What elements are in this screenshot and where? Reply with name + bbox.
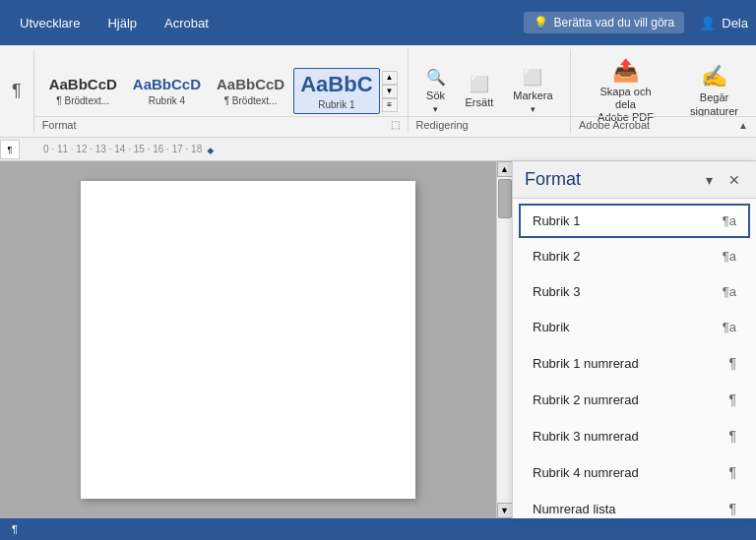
format-panel-title: Format [525,169,581,190]
adobe-footer-label: Adobe Acrobat [579,119,650,131]
format-list-item[interactable]: Numrerad lista ¶ [519,491,750,518]
markera-button[interactable]: ⬜ Markera ▾ [507,64,558,118]
format-ribbon: ¶ AaBbCcD ¶ Brödtext... AaBbCcD Rubrik 4… [0,45,756,138]
format-list-item[interactable]: Rubrik 1 ¶a [519,204,750,238]
doc-scroll-area: ▲ ▼ [0,161,512,518]
format-list-item[interactable]: Rubrik 3 numrerad ¶ [519,418,750,453]
format-list-item[interactable]: Rubrik ¶a [519,310,750,344]
replace-icon: ⬜ [470,75,489,93]
style-name-brodtext1: ¶ Brödtext... [56,95,109,106]
gallery-scroll: ▲ ▼ ≡ [380,67,400,116]
format-item-name-8: Numrerad lista [533,502,616,516]
paragraph-mark-section: ¶ [0,49,34,133]
style-name-brodtext2: ¶ Brödtext... [224,95,278,106]
style-preview-rubrik4: AaBbCcD [133,76,201,93]
styles-footer-label: Format [42,119,77,131]
format-item-name-1: Rubrik 2 [533,249,580,264]
format-item-icon-0: ¶a [723,213,736,228]
signature-icon: ✍ [701,64,727,90]
ribbon-tab-hjalp[interactable]: Hjälp [95,10,149,36]
main-area: ▲ ▼ Format ▾ ✕ Rubrik 1 ¶a Rubrik 2 ¶a R… [0,161,756,518]
sok-button[interactable]: 🔍 Sök ▾ [420,64,452,118]
format-item-icon-2: ¶a [723,284,736,299]
format-list-item[interactable]: Rubrik 3 ¶a [519,274,750,309]
ruler-content: 0 · 11 · 12 · 13 · 14 · 15 · 16 · 17 · 1… [24,141,216,158]
ruler-area: ¶ 0 · 11 · 12 · 13 · 14 · 15 · 16 · 17 ·… [0,138,756,161]
style-item-brodtext2[interactable]: AaBbCcD ¶ Brödtext... [210,72,291,110]
format-item-name-0: Rubrik 1 [533,213,580,228]
ruler-toggle[interactable]: ¶ [0,140,20,159]
sok-arrow: ▾ [433,104,438,114]
gallery-scroll-up[interactable]: ▲ [382,71,398,85]
redigering-footer-label: Redigering [416,119,469,131]
format-item-name-7: Rubrik 4 numrerad [533,465,639,480]
styles-footer-expand-icon[interactable]: ⬚ [391,119,400,131]
format-item-name-6: Rubrik 3 numrerad [533,429,639,444]
ersatt-button[interactable]: ⬜ Ersätt [460,71,500,112]
format-item-name-2: Rubrik 3 [533,284,580,299]
tell-label: Berätta vad du vill göra [554,16,675,30]
styles-section: AaBbCcD ¶ Brödtext... AaBbCcD Rubrik 4 A… [34,49,408,133]
select-icon: ⬜ [523,68,542,87]
format-item-icon-7: ¶ [728,464,736,480]
lightbulb-icon: 💡 [534,16,548,30]
ribbon-tab-acrobat[interactable]: Acrobat [153,10,220,36]
style-preview-rubrik1: AaBbC [300,72,372,97]
format-item-icon-1: ¶a [723,249,736,264]
format-panel: Format ▾ ✕ Rubrik 1 ¶a Rubrik 2 ¶a Rubri… [512,161,756,518]
ruler-indent-marker[interactable]: ⬥ [206,141,216,158]
scroll-down-button[interactable]: ▼ [497,503,513,518]
format-item-icon-3: ¶a [723,320,736,334]
share-button[interactable]: 👤 Dela [700,16,748,30]
redigering-section: 🔍 Sök ▾ ⬜ Ersätt ⬜ Markera ▾ Redigering [408,49,571,133]
style-name-rubrik4: Rubrik 4 [149,95,185,106]
adobe-footer-collapse-icon[interactable]: ▲ [738,120,748,131]
paragraph-mark-icon[interactable]: ¶ [12,81,22,101]
share-label: Dela [722,16,748,30]
status-bar: ¶ [0,518,756,540]
ribbon-bar: Utvecklare Hjälp Acrobat 💡 Berätta vad d… [0,0,756,45]
markera-label: Markera [513,90,552,101]
format-item-name-4: Rubrik 1 numrerad [533,356,639,371]
scroll-thumb[interactable] [498,179,512,218]
styles-footer: Format ⬚ [34,116,408,131]
document-area[interactable] [0,161,496,518]
format-panel-controls: ▾ ✕ [702,170,744,190]
panel-collapse-button[interactable]: ▾ [702,170,717,190]
style-item-rubrik1[interactable]: AaBbC Rubrik 1 [293,68,379,114]
scroll-up-button[interactable]: ▲ [497,161,513,177]
signatures-button[interactable]: ✍ Begärsignaturer [684,60,744,121]
format-list-item[interactable]: Rubrik 1 numrerad ¶ [519,345,750,381]
format-item-icon-5: ¶ [728,391,736,407]
format-item-name-3: Rubrik [533,320,570,334]
format-item-icon-8: ¶ [728,501,736,516]
style-name-rubrik1: Rubrik 1 [318,99,354,110]
ribbon-tab-utvecklare[interactable]: Utvecklare [8,10,92,36]
tell-input[interactable]: 💡 Berätta vad du vill göra [524,12,685,33]
gallery-scroll-down[interactable]: ▼ [382,85,398,98]
ersatt-label: Ersätt [466,96,494,108]
sok-label: Sök [426,90,445,101]
signatures-label: Begärsignaturer [690,91,738,117]
format-item-icon-4: ¶ [728,355,736,371]
panel-close-button[interactable]: ✕ [724,170,744,190]
style-item-brodtext1[interactable]: AaBbCcD ¶ Brödtext... [42,72,124,110]
adobe-footer: Adobe Acrobat ▲ [571,116,756,131]
format-panel-list: Rubrik 1 ¶a Rubrik 2 ¶a Rubrik 3 ¶a Rubr… [513,199,756,518]
format-item-icon-6: ¶ [728,428,736,444]
styles-gallery: AaBbCcD ¶ Brödtext... AaBbCcD Rubrik 4 A… [42,68,380,114]
gallery-expand[interactable]: ≡ [382,98,398,112]
vertical-scrollbar[interactable]: ▲ ▼ [496,161,512,518]
format-item-name-5: Rubrik 2 numrerad [533,392,639,407]
format-list-item[interactable]: Rubrik 2 ¶a [519,239,750,273]
format-panel-header: Format ▾ ✕ [513,161,756,199]
style-preview-brodtext2: AaBbCcD [217,76,284,93]
adobe-section: 📤 Skapa och delaAdobe PDF ✍ Begärsignatu… [571,49,756,133]
format-list-item[interactable]: Rubrik 4 numrerad ¶ [519,454,750,490]
style-item-rubrik4[interactable]: AaBbCcD Rubrik 4 [126,72,208,110]
markera-arrow: ▾ [531,104,536,114]
status-paragraph-icon: ¶ [12,523,18,535]
redigering-footer: Redigering [409,116,570,131]
format-list-item[interactable]: Rubrik 2 numrerad ¶ [519,382,750,417]
ruler-marks: 0 · 11 · 12 · 13 · 14 · 15 · 16 · 17 · 1… [43,144,202,154]
